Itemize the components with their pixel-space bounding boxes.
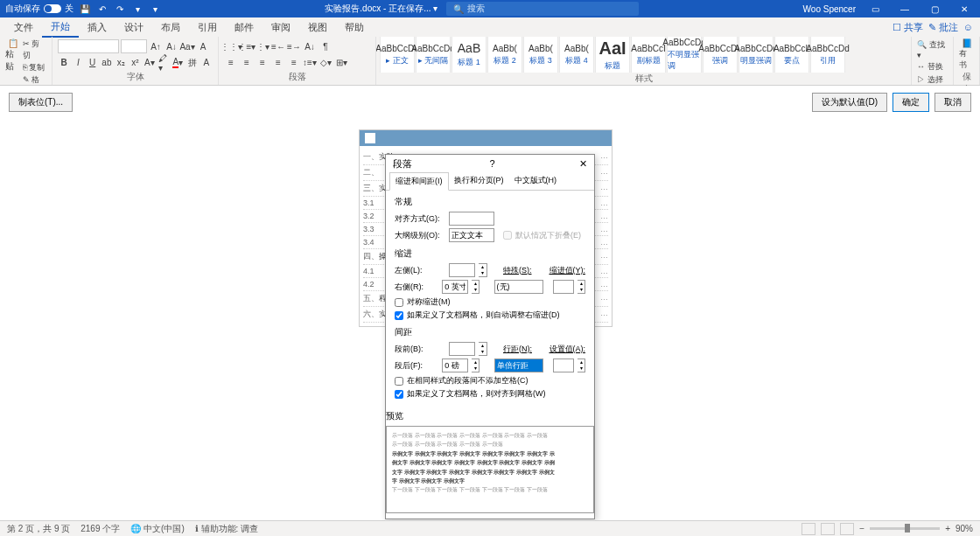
search-box[interactable]: 🔍 搜索 xyxy=(446,2,639,16)
align-left-icon[interactable]: ≡ xyxy=(224,56,238,70)
numbering-icon[interactable]: ⋮≡▾ xyxy=(240,39,254,53)
dialog-tab-asian[interactable]: 中文版式(H) xyxy=(509,172,563,190)
align-center-icon[interactable]: ≡ xyxy=(240,56,254,70)
qat-customize-icon[interactable]: ▾ xyxy=(149,3,161,15)
tab-help[interactable]: 帮助 xyxy=(336,18,373,37)
tab-layout[interactable]: 布局 xyxy=(152,18,189,37)
zoom-slider[interactable] xyxy=(870,527,940,530)
bullets-icon[interactable]: ⋮⋮▾ xyxy=(224,39,238,53)
decrease-indent-icon[interactable]: ≡← xyxy=(271,39,285,53)
subscript-icon[interactable]: x₂ xyxy=(115,56,127,70)
special-select[interactable]: (无) xyxy=(494,280,543,294)
smiley-icon[interactable]: ☺ xyxy=(963,22,973,32)
font-size-select[interactable] xyxy=(121,39,147,53)
clear-format-icon[interactable]: A xyxy=(196,39,210,53)
tab-design[interactable]: 设计 xyxy=(116,18,152,37)
right-indent-spinner[interactable]: ▴▾ xyxy=(472,280,480,294)
zoom-in-icon[interactable]: + xyxy=(945,524,950,533)
justify-icon[interactable]: ≡ xyxy=(271,56,285,70)
web-layout-icon[interactable] xyxy=(840,523,854,535)
page-status[interactable]: 第 2 页，共 9 页 xyxy=(7,523,70,535)
style-item[interactable]: AaBbCcDd强调 xyxy=(703,37,738,73)
style-item[interactable]: AaBbCcDd引用 xyxy=(810,37,845,73)
before-input[interactable] xyxy=(449,342,475,356)
alignment-select[interactable] xyxy=(449,212,494,226)
outline-select[interactable]: 正文文本 xyxy=(449,228,494,242)
indent-amt-spinner[interactable]: ▴▾ xyxy=(578,280,585,294)
addon-icon[interactable]: 📘 xyxy=(962,38,972,48)
tab-references[interactable]: 引用 xyxy=(189,18,226,37)
right-indent-input[interactable] xyxy=(442,280,468,294)
zoom-out-icon[interactable]: − xyxy=(859,524,864,533)
spacing-amt-input[interactable] xyxy=(553,358,574,372)
borders-icon[interactable]: ⊞▾ xyxy=(334,56,348,70)
style-item[interactable]: AaBb(标题 3 xyxy=(523,37,558,73)
font-family-select[interactable] xyxy=(58,39,119,53)
maximize-icon[interactable]: ▢ xyxy=(924,1,945,17)
save-icon[interactable]: 💾 xyxy=(79,3,91,15)
minimize-icon[interactable]: — xyxy=(894,1,915,17)
highlight-icon[interactable]: 🖍▾ xyxy=(158,56,170,70)
copy-button[interactable]: ⎘ 复制 xyxy=(23,62,46,73)
after-spinner[interactable]: ▴▾ xyxy=(472,358,480,372)
tab-file[interactable]: 文件 xyxy=(5,18,42,37)
style-item[interactable]: AaI标题 xyxy=(595,37,630,73)
style-item[interactable]: AaBb(标题 4 xyxy=(559,37,594,73)
autosave-toggle[interactable]: 自动保存 关 xyxy=(5,3,74,15)
style-item[interactable]: AaBbCcI副标题 xyxy=(631,37,666,73)
tab-home[interactable]: 开始 xyxy=(42,17,79,38)
increase-indent-icon[interactable]: ≡→ xyxy=(287,39,301,53)
tabs-button[interactable]: 制表位(T)... xyxy=(9,93,73,112)
underline-icon[interactable]: U xyxy=(87,56,99,70)
line-spacing-select[interactable]: 单倍行距 xyxy=(494,358,543,372)
after-input[interactable] xyxy=(442,358,468,372)
superscript-icon[interactable]: x² xyxy=(129,56,141,70)
tab-insert[interactable]: 插入 xyxy=(79,18,116,37)
auto-indent-checkbox[interactable] xyxy=(395,311,403,320)
shading-icon[interactable]: ◇▾ xyxy=(318,56,332,70)
grow-font-icon[interactable]: A↑ xyxy=(149,39,163,53)
cut-button[interactable]: ✂ 剪切 xyxy=(23,38,46,61)
left-indent-spinner[interactable]: ▴▾ xyxy=(479,263,487,277)
italic-icon[interactable]: I xyxy=(72,56,84,70)
snap-grid-checkbox[interactable] xyxy=(395,390,403,399)
left-indent-input[interactable] xyxy=(449,263,475,277)
redo-icon[interactable]: ↷ xyxy=(114,3,126,15)
style-item[interactable]: AaBbCcDd明显强调 xyxy=(738,37,774,73)
ok-button[interactable]: 确定 xyxy=(892,93,929,112)
style-item[interactable]: AaBb(标题 2 xyxy=(487,37,522,73)
strikethrough-icon[interactable]: ab xyxy=(101,56,113,70)
cancel-button[interactable]: 取消 xyxy=(934,93,971,112)
char-border-icon[interactable]: A xyxy=(200,56,213,70)
style-item[interactable]: AaBbCcDd▸ 无间隔 xyxy=(416,37,451,73)
qat-more-icon[interactable]: ▾ xyxy=(131,3,144,15)
no-space-checkbox[interactable] xyxy=(395,377,403,386)
style-item[interactable]: AaBbCcDd▸ 正文 xyxy=(380,37,415,73)
word-count[interactable]: 2169 个字 xyxy=(80,523,120,535)
mirror-indent-checkbox[interactable] xyxy=(395,298,403,307)
focus-view-icon[interactable] xyxy=(802,523,816,535)
share-button[interactable]: ☐ 共享 xyxy=(892,21,923,34)
tab-view[interactable]: 视图 xyxy=(299,18,336,37)
style-item[interactable]: AaB标题 1 xyxy=(452,37,486,73)
phonetic-icon[interactable]: 拼 xyxy=(186,56,198,70)
accessibility-status[interactable]: ℹ 辅助功能: 调查 xyxy=(195,523,258,535)
language-status[interactable]: 🌐 中文(中国) xyxy=(130,523,184,535)
paste-button[interactable]: 📋 粘贴 xyxy=(5,38,21,72)
line-spacing-icon[interactable]: ↕≡▾ xyxy=(303,56,317,70)
align-right-icon[interactable]: ≡ xyxy=(256,56,270,70)
bold-icon[interactable]: B xyxy=(58,56,70,70)
indent-amt-input[interactable] xyxy=(553,280,574,294)
shrink-font-icon[interactable]: A↓ xyxy=(164,39,178,53)
tab-mailings[interactable]: 邮件 xyxy=(226,18,262,37)
dialog-tab-breaks[interactable]: 换行和分页(P) xyxy=(449,172,509,190)
close-icon[interactable]: ✕ xyxy=(954,1,975,17)
sort-icon[interactable]: A↓ xyxy=(303,39,317,53)
replace-button[interactable]: ↔ 替换 xyxy=(917,60,948,73)
font-color-icon[interactable]: A▾ xyxy=(172,56,184,70)
change-case-icon[interactable]: Aa▾ xyxy=(180,39,194,53)
before-spinner[interactable]: ▴▾ xyxy=(479,342,487,356)
multilevel-icon[interactable]: ⋮▾ xyxy=(256,39,270,53)
user-name[interactable]: Woo Spencer xyxy=(803,4,856,14)
zoom-level[interactable]: 90% xyxy=(956,524,973,533)
